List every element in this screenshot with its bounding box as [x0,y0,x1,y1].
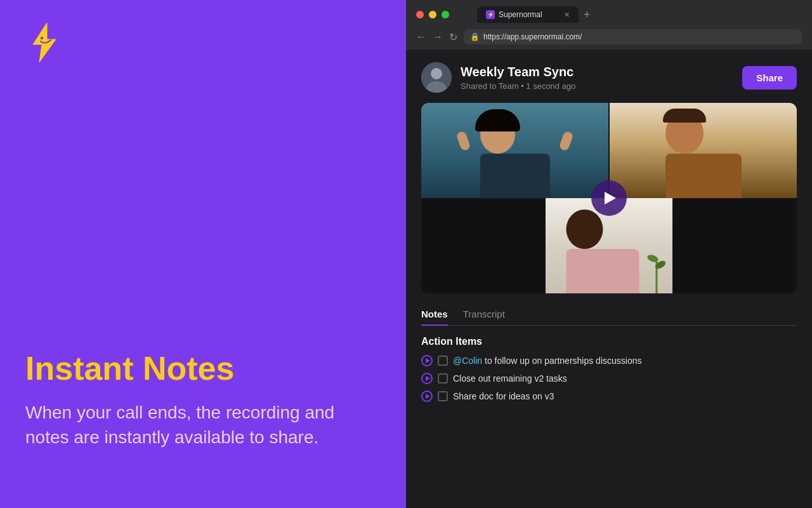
instant-notes-heading: Instant Notes [25,351,381,387]
left-panel: Instant Notes When your call ends, the r… [0,0,406,508]
play-triangle-1 [426,358,430,363]
traffic-light-minimize[interactable] [429,11,436,18]
play-triangle-2 [426,376,430,381]
action-play-icon-3[interactable] [421,391,433,402]
app-content: Weekly Team Sync Shared to Team • 1 seco… [406,50,812,508]
video-bg-woman [421,103,608,198]
right-panel: ⚡ Supernormal ✕ + ← → ↻ 🔒 https://app.su… [406,0,812,508]
mention-colin[interactable]: @Colin [453,356,482,366]
meeting-info: Weekly Team Sync Shared to Team • 1 seco… [421,62,575,93]
action-text-1-body: to follow up on partnerships discussions [485,356,641,366]
tab-bar: Notes Transcript [421,304,797,326]
browser-tab-bar: ⚡ Supernormal ✕ + [467,6,601,23]
video-grid [421,103,797,293]
action-checkbox-1[interactable] [438,356,448,366]
share-button[interactable]: Share [742,66,797,90]
browser-chrome: ⚡ Supernormal ✕ + ← → ↻ 🔒 https://app.su… [406,0,812,50]
action-text-1: @Colin to follow up on partnerships disc… [453,356,641,366]
action-items-title: Action Items [421,336,797,347]
traffic-light-close[interactable] [416,11,424,18]
tagline-container: Instant Notes When your call ends, the r… [25,351,381,488]
meeting-title: Weekly Team Sync [461,65,575,79]
meeting-meta: Shared to Team • 1 second ago [461,81,575,91]
address-bar[interactable]: 🔒 https://app.supernormal.com/ [464,29,802,44]
play-triangle-3 [426,394,430,399]
action-item-2: Close out remaining v2 tasks [421,373,797,384]
meeting-text: Weekly Team Sync Shared to Team • 1 seco… [461,65,575,91]
action-text-3: Share doc for ideas on v3 [453,391,554,401]
action-item-1: @Colin to follow up on partnerships disc… [421,355,797,366]
logo-container [25,20,381,65]
forward-button[interactable]: → [433,31,443,43]
face-man2 [566,210,603,249]
video-bg-man [610,103,797,198]
svg-point-0 [41,37,43,39]
action-text-2: Close out remaining v2 tasks [453,373,567,384]
tab-notes[interactable]: Notes [421,304,448,326]
tab-transcript[interactable]: Transcript [463,304,505,326]
url-display: https://app.supernormal.com/ [483,32,582,41]
active-tab[interactable]: ⚡ Supernormal ✕ [477,6,579,23]
tagline-body: When your call ends, the recording and n… [25,400,381,450]
face-woman [480,116,515,154]
play-button[interactable] [591,180,627,216]
avatar-image [421,62,452,93]
video-tile-2 [610,103,797,198]
refresh-button[interactable]: ↻ [449,31,457,43]
action-checkbox-2[interactable] [438,373,448,384]
action-checkbox-3[interactable] [438,391,448,401]
logo-bolt-icon [25,20,63,65]
browser-titlebar: ⚡ Supernormal ✕ + [406,0,812,27]
notes-content: Action Items @Colin to follow up on part… [421,336,797,421]
video-tile-1 [421,103,608,198]
play-icon [605,192,616,204]
traffic-light-fullscreen[interactable] [442,11,449,18]
tab-close-button[interactable]: ✕ [564,11,570,19]
new-tab-button[interactable]: + [584,9,591,20]
tab-favicon: ⚡ [486,10,495,19]
meeting-avatar [421,62,452,93]
svg-point-1 [48,33,50,36]
action-play-icon-1[interactable] [421,355,433,366]
browser-nav-row: ← → ↻ 🔒 https://app.supernormal.com/ [406,27,812,50]
tab-title: Supernormal [499,10,560,19]
action-item-3: Share doc for ideas on v3 [421,391,797,402]
meeting-header: Weekly Team Sync Shared to Team • 1 seco… [421,62,797,93]
back-button[interactable]: ← [416,31,426,43]
face-man [665,112,704,154]
action-play-icon-2[interactable] [421,373,433,384]
svg-point-3 [431,68,442,79]
lock-icon: 🔒 [470,32,480,41]
